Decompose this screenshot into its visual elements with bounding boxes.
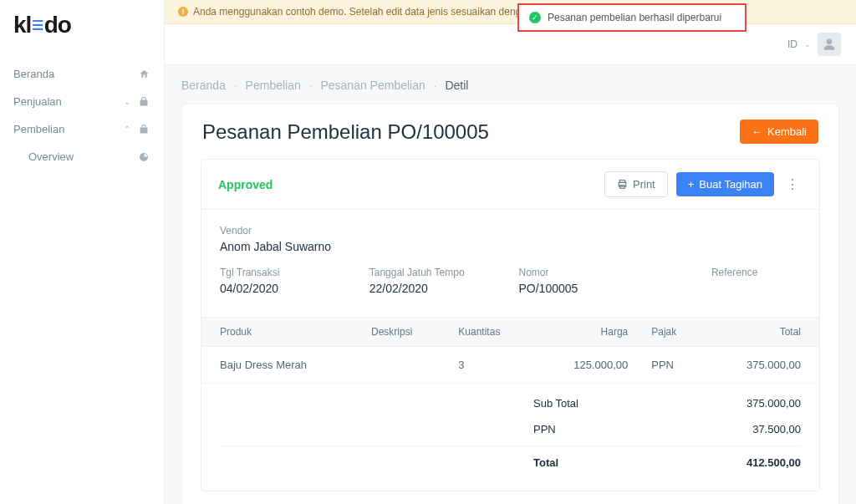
line-items-table: Produk Deskripsi Kuantitas Harga Pajak T… xyxy=(201,317,819,384)
print-icon xyxy=(617,179,628,190)
sidebar-item-label: Penjualan xyxy=(13,95,62,108)
chevron-down-icon: ⌄ xyxy=(804,40,811,48)
reference-label: Reference xyxy=(668,267,801,278)
sidebar-item-overview[interactable]: Overview xyxy=(13,143,150,171)
language-switch[interactable]: ID xyxy=(787,38,797,50)
chevron-up-icon: ⌃ xyxy=(124,125,130,134)
warning-icon: ! xyxy=(178,7,188,17)
totals: Sub Total 375.000,00 PPN 37.500,00 Total… xyxy=(201,384,819,491)
breadcrumb-sep: · xyxy=(434,79,437,92)
print-button[interactable]: Print xyxy=(604,171,668,197)
breadcrumb-current: Detil xyxy=(445,79,468,92)
breadcrumb-item[interactable]: Pembelian xyxy=(246,79,301,92)
success-toast: ✓ Pesanan pembelian berhasil diperbarui xyxy=(517,3,746,32)
vendor-value: Anom Jabal Suwarno xyxy=(220,240,801,253)
subtotal-value: 375.000,00 xyxy=(684,397,801,410)
main: ! Anda menggunakan contoh demo. Setelah … xyxy=(165,0,856,504)
print-button-label: Print xyxy=(633,178,655,191)
back-button[interactable]: ← Kembali xyxy=(740,120,818,144)
breadcrumb-item[interactable]: Beranda xyxy=(181,79,226,92)
due-date-value: 22/02/2020 xyxy=(369,282,502,295)
sidebar-item-pembelian[interactable]: Pembelian ⌃ xyxy=(13,115,150,143)
check-icon: ✓ xyxy=(529,12,541,23)
more-menu[interactable]: ⋮ xyxy=(782,176,802,192)
sidebar-item-beranda[interactable]: Beranda xyxy=(13,60,150,88)
avatar[interactable] xyxy=(818,33,841,56)
plus-icon: + xyxy=(688,178,695,191)
sidebar-item-label: Beranda xyxy=(13,68,54,80)
col-product: Produk xyxy=(201,318,359,347)
number-label: Nomor xyxy=(519,267,652,278)
status-badge: Approved xyxy=(218,178,273,191)
vendor-label: Vendor xyxy=(220,225,801,237)
logo-e-icon: ≡ xyxy=(32,12,43,38)
number-value: PO/100005 xyxy=(519,282,652,295)
demo-banner: ! Anda menggunakan contoh demo. Setelah … xyxy=(165,0,856,24)
page-title: Pesanan Pembelian PO/100005 xyxy=(202,120,489,144)
col-desc: Deskripsi xyxy=(359,318,446,347)
ppn-value: 37.500,00 xyxy=(684,423,801,435)
cell-desc xyxy=(359,347,446,384)
cell-price: 125.000,00 xyxy=(535,347,640,384)
sidebar-item-label: Overview xyxy=(28,150,74,163)
col-qty: Kuantitas xyxy=(446,318,534,347)
col-price: Harga xyxy=(535,318,640,347)
back-button-label: Kembali xyxy=(767,125,807,138)
cell-tax: PPN xyxy=(639,347,705,384)
table-row: Baju Dress Merah 3 125.000,00 PPN 375.00… xyxy=(201,347,819,384)
toast-text: Pesanan pembelian berhasil diperbarui xyxy=(548,12,721,23)
logo-text-post: do xyxy=(44,12,71,38)
create-bill-button-label: Buat Tagihan xyxy=(699,178,762,191)
cell-total: 375.000,00 xyxy=(706,347,819,384)
cell-qty: 3 xyxy=(446,347,534,384)
tx-date-value: 04/02/2020 xyxy=(220,282,353,295)
create-bill-button[interactable]: + Buat Tagihan xyxy=(676,172,774,196)
sidebar: kl≡do Beranda Penjualan ⌄ Pembelian ⌃ xyxy=(0,0,165,504)
logo-text-pre: kl xyxy=(13,12,31,38)
breadcrumb: Beranda · Pembelian · Pesanan Pembelian … xyxy=(165,65,856,99)
ppn-label: PPN xyxy=(533,423,650,435)
arrow-left-icon: ← xyxy=(752,125,762,138)
tx-date-label: Tgl Transaksi xyxy=(220,267,353,278)
chevron-down-icon: ⌄ xyxy=(124,97,130,106)
col-tax: Pajak xyxy=(639,318,705,347)
cell-product: Baju Dress Merah xyxy=(201,347,359,384)
sidebar-item-penjualan[interactable]: Penjualan ⌄ xyxy=(13,88,150,115)
home-icon xyxy=(139,69,150,79)
po-card: Pesanan Pembelian PO/100005 ← Kembali Ap… xyxy=(181,104,839,504)
subtotal-label: Sub Total xyxy=(533,397,650,410)
topbar: ID ⌄ xyxy=(165,24,856,65)
col-total: Total xyxy=(706,318,819,347)
breadcrumb-sep: · xyxy=(234,79,237,92)
chart-icon xyxy=(139,152,150,162)
breadcrumb-item[interactable]: Pesanan Pembelian xyxy=(320,79,425,92)
bag-icon xyxy=(139,97,150,107)
due-date-label: Tanggal Jatuh Tempo xyxy=(369,267,502,278)
total-label: Total xyxy=(533,456,650,469)
breadcrumb-sep: · xyxy=(309,79,313,92)
bag-icon xyxy=(139,125,150,135)
sidebar-item-label: Pembelian xyxy=(13,123,64,135)
total-value: 412.500,00 xyxy=(684,456,801,469)
logo: kl≡do xyxy=(13,12,150,38)
